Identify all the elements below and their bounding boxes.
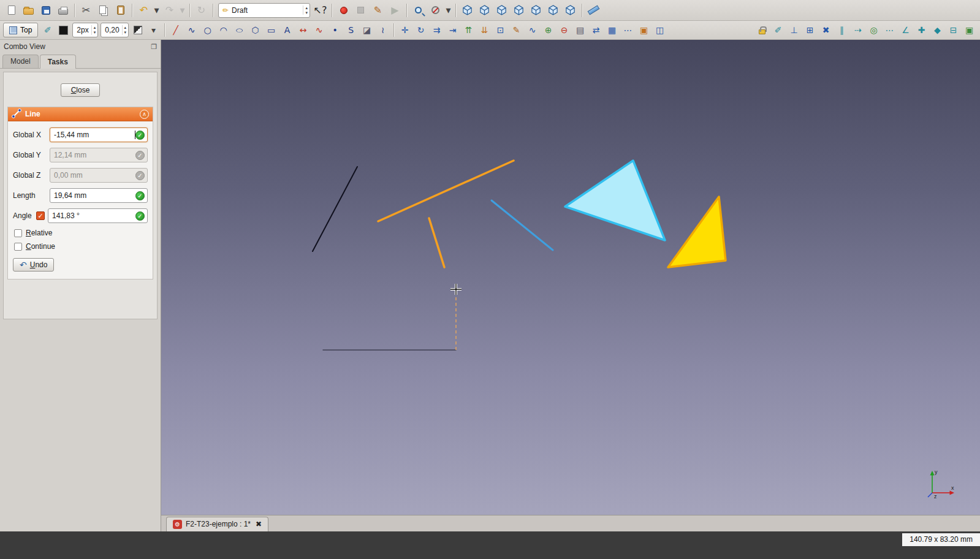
tab-close-icon[interactable]: ✖ [256, 520, 262, 528]
snap-grid-toggle[interactable]: ⊞ [802, 23, 818, 37]
draft-remove-point-tool[interactable]: ⊖ [556, 23, 572, 37]
draft-trimex-tool[interactable]: ⇥ [445, 23, 460, 37]
global-y-input[interactable]: 12,14 mm ✓ [50, 148, 148, 162]
construction-mode-toggle[interactable]: ✐ [40, 23, 55, 37]
draft-array-tool[interactable]: ▦ [604, 23, 620, 37]
draft-scale-tool[interactable]: ⊡ [493, 23, 508, 37]
draft-offset-tool[interactable]: ⇉ [429, 23, 444, 37]
global-z-input[interactable]: 0,00 mm ✓ [50, 168, 148, 183]
line-width-spinner[interactable]: 2px ▴▾ [72, 23, 98, 37]
undo-button[interactable]: ↶ Undo [13, 258, 54, 272]
view-left-button[interactable] [562, 2, 579, 18]
view-top-button[interactable] [493, 2, 510, 18]
view-right-button[interactable] [511, 2, 527, 18]
draft-mirror-tool[interactable]: ◫ [652, 23, 667, 37]
collapse-panel-icon[interactable]: ∧ [140, 110, 149, 119]
macro-play-button[interactable]: ▶ [387, 2, 403, 18]
view-rear-button[interactable] [528, 2, 544, 18]
orange-line-long[interactable] [378, 161, 514, 221]
snap-perpendicular-toggle[interactable]: ⊥ [786, 23, 802, 37]
draft-text-tool[interactable]: A [279, 23, 295, 37]
draft-dimension-tool[interactable]: ↔ [295, 23, 311, 37]
blue-line[interactable] [492, 200, 553, 250]
snap-working-plane-toggle[interactable]: ▣ [962, 23, 977, 37]
global-scale-spinner[interactable]: 0,20 ▴▾ [101, 23, 129, 37]
draft-ellipse-tool[interactable]: ○ [232, 23, 247, 37]
draft-downgrade-tool[interactable]: ⇊ [477, 23, 492, 37]
view-front-button[interactable] [476, 2, 493, 18]
redo-dropdown[interactable]: ▾ [178, 2, 186, 18]
view-bottom-button[interactable] [545, 2, 561, 18]
draft-clone-tool[interactable]: ▣ [636, 23, 651, 37]
refresh-button[interactable]: ↻ [193, 2, 210, 18]
draft-arc-tool[interactable]: ◠ [216, 23, 231, 37]
snap-lock-toggle[interactable] [754, 23, 770, 37]
line-color-swatch[interactable] [56, 23, 71, 37]
cut-button[interactable]: ✂ [78, 2, 94, 18]
draft-shapestring-tool[interactable]: S [343, 23, 359, 37]
draft-bspline-tool[interactable]: ∿ [311, 23, 327, 37]
draft-rotate-tool[interactable]: ↻ [413, 23, 428, 37]
draft-bezier-tool[interactable]: ≀ [375, 23, 390, 37]
style-button[interactable] [130, 23, 145, 37]
draft-rectangle-tool[interactable]: ▭ [264, 23, 279, 37]
continue-checkbox[interactable] [14, 243, 22, 251]
undo-button[interactable]: ↶ [135, 2, 152, 18]
macro-stop-button[interactable] [352, 2, 369, 18]
draw-style-button[interactable] [427, 2, 444, 18]
yellow-triangle[interactable] [668, 197, 726, 267]
float-panel-icon[interactable]: ❐ [151, 43, 157, 51]
workbench-spinner-arrows[interactable]: ▴▾ [303, 6, 308, 15]
line-panel-header[interactable]: Line ∧ [8, 107, 153, 121]
orange-line-short[interactable] [429, 218, 444, 267]
draft-point-tool[interactable]: • [327, 23, 343, 37]
angle-input[interactable]: 141,83 ° ✓ [48, 208, 148, 223]
3d-viewport[interactable]: y x z [161, 40, 980, 515]
draft-wire-to-bspline-tool[interactable]: ∿ [525, 23, 540, 37]
snap-center-toggle[interactable]: ✚ [914, 23, 929, 37]
angle-checkbox[interactable]: ✓ [36, 211, 45, 220]
snap-ortho-toggle[interactable]: ◎ [866, 23, 881, 37]
draw-style-dropdown[interactable]: ▾ [444, 2, 452, 18]
draft-line-tool[interactable]: ╱ [168, 23, 183, 37]
snap-intersection-toggle[interactable]: ✖ [818, 23, 834, 37]
snap-parallel-toggle[interactable]: ∥ [834, 23, 849, 37]
draft-facebinder-tool[interactable]: ◪ [359, 23, 374, 37]
box-zoom-button[interactable] [410, 2, 427, 18]
tab-tasks[interactable]: Tasks [40, 55, 76, 69]
whats-this-button[interactable]: ↖? [312, 2, 329, 18]
black-line[interactable] [313, 167, 357, 251]
print-button[interactable] [55, 2, 71, 18]
relative-checkbox-row[interactable]: Relative [14, 229, 148, 237]
copy-button[interactable] [95, 2, 112, 18]
open-document-button[interactable] [20, 2, 37, 18]
snap-extension-toggle[interactable]: ⇢ [850, 23, 865, 37]
line-width-spinner-arrows[interactable]: ▴▾ [91, 25, 96, 34]
style-dropdown[interactable]: ▾ [146, 23, 161, 37]
workbench-selector[interactable]: ✏ Draft ▴▾ [218, 3, 310, 18]
macro-record-button[interactable] [335, 2, 352, 18]
view-isometric-button[interactable] [459, 2, 476, 18]
cyan-triangle[interactable] [565, 161, 665, 240]
draft-path-array-tool[interactable]: ⋯ [620, 23, 636, 37]
global-x-input[interactable]: -15,44 mm ✓ [50, 127, 148, 142]
draft-to-sketch-tool[interactable]: ⇄ [588, 23, 604, 37]
paste-button[interactable] [112, 2, 129, 18]
draft-wire-tool[interactable]: ∿ [184, 23, 199, 37]
document-tab[interactable]: ⚙ F2-T23-ejemplo : 1* ✖ [166, 517, 268, 531]
tab-model[interactable]: Model [2, 55, 39, 68]
continue-checkbox-row[interactable]: Continue [14, 242, 148, 251]
redo-button[interactable]: ↷ [161, 2, 178, 18]
close-button[interactable]: Close [61, 83, 101, 97]
snap-angle-toggle[interactable]: ∠ [898, 23, 913, 37]
undo-dropdown[interactable]: ▾ [153, 2, 161, 18]
draft-polygon-tool[interactable]: ⬡ [248, 23, 263, 37]
working-plane-button[interactable]: Top [3, 23, 38, 37]
draft-add-point-tool[interactable]: ⊕ [541, 23, 556, 37]
draft-move-tool[interactable]: ✛ [397, 23, 412, 37]
save-document-button[interactable] [37, 2, 54, 18]
length-input[interactable]: 19,64 mm ✓ [50, 188, 148, 203]
draft-circle-tool[interactable]: ○ [200, 23, 215, 37]
draft-upgrade-tool[interactable]: ⇈ [461, 23, 476, 37]
measure-distance-button[interactable] [585, 2, 602, 18]
